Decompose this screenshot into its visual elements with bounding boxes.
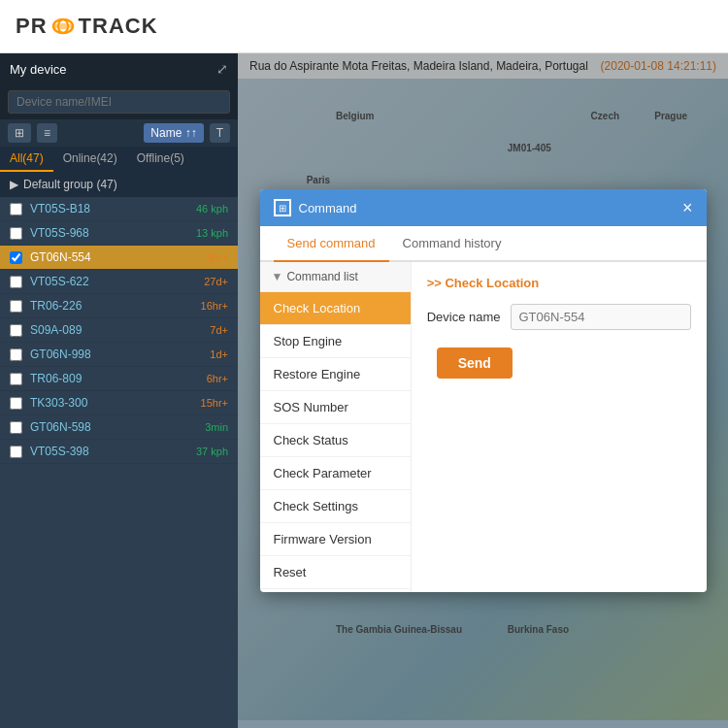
device-name-label: Device name (427, 310, 501, 324)
device-name: VT05S-622 (30, 275, 204, 288)
device-status: 46 kph (196, 203, 228, 215)
search-input[interactable] (8, 90, 230, 114)
tab-send-command[interactable]: Send command (274, 226, 389, 262)
command-list-item[interactable]: Stop Engine (260, 325, 411, 358)
dialog-header: ⊞ Command × (260, 189, 707, 226)
list-view-button[interactable]: ≡ (37, 123, 57, 143)
device-name: VT05S-398 (30, 445, 196, 458)
device-group[interactable]: ▶Default group (47) (0, 172, 238, 197)
device-item[interactable]: VT05S-B18 46 kph (0, 197, 238, 221)
command-dialog: ⊞ Command × Send command Command history… (260, 189, 707, 592)
device-item[interactable]: TR06-226 16hr+ (0, 294, 238, 318)
device-name-input[interactable] (511, 304, 691, 330)
command-right-header: >> Check Location (427, 276, 691, 290)
device-checkbox[interactable] (10, 276, 22, 288)
map-area: Rua do Aspirante Mota Freitas, Madeira I… (238, 53, 728, 728)
device-name: VT05S-B18 (30, 202, 196, 215)
command-list-label: Command list (286, 270, 357, 283)
app-header: PR TRACK (0, 0, 728, 53)
logo-icon (50, 17, 77, 36)
command-list-header: ▼ Command list (260, 262, 411, 292)
device-name: GT06N-598 (30, 420, 205, 434)
device-checkbox[interactable] (10, 373, 22, 385)
device-item[interactable]: VT05S-968 13 kph (0, 221, 238, 246)
device-item[interactable]: GT06N-598 3min (0, 415, 238, 440)
device-checkbox[interactable] (10, 348, 22, 361)
device-name-field-row: Device name (427, 304, 691, 330)
device-item[interactable]: GT06N-998 1d+ (0, 343, 238, 367)
command-list-item[interactable]: Restore Engine (260, 358, 411, 391)
expand-icon[interactable]: ⤢ (216, 61, 228, 77)
command-right-panel: >> Check Location Device name Send (412, 262, 707, 592)
device-status: 5hr+ (207, 251, 228, 263)
tab-online[interactable]: Online(42) (53, 147, 127, 172)
dialog-body: ▼ Command list Check LocationStop Engine… (260, 262, 707, 592)
modal-overlay: ⊞ Command × Send command Command history… (238, 53, 728, 728)
dialog-tabs: Send command Command history (260, 226, 707, 262)
dialog-title-row: ⊞ Command (274, 199, 357, 216)
sidebar: My device ⤢ ⊞ ≡ Name ↑↑ T All(47) Online… (0, 53, 238, 728)
device-checkbox[interactable] (10, 300, 22, 313)
device-item[interactable]: TK303-300 15hr+ (0, 391, 238, 415)
sidebar-search-area (0, 84, 238, 119)
device-item[interactable]: S09A-089 7d+ (0, 318, 238, 343)
type-button[interactable]: T (210, 123, 230, 143)
device-checkbox[interactable] (10, 227, 22, 240)
device-name: TR06-226 (30, 299, 201, 313)
device-checkbox[interactable] (10, 324, 22, 337)
name-sort-button[interactable]: Name ↑↑ (144, 123, 203, 143)
device-status: 3min (205, 421, 228, 433)
device-item[interactable]: VT05S-622 27d+ (0, 270, 238, 294)
command-list-item[interactable]: Reset (260, 556, 411, 589)
device-checkbox[interactable] (10, 421, 22, 434)
command-items: Check LocationStop EngineRestore EngineS… (260, 292, 411, 592)
device-checkbox[interactable] (10, 251, 22, 264)
device-name: TR06-809 (30, 372, 207, 385)
device-status: 16hr+ (201, 300, 228, 312)
app-logo: PR TRACK (16, 14, 158, 39)
device-status: 13 kph (196, 227, 228, 239)
device-checkbox[interactable] (10, 203, 22, 215)
device-name: GT06N-998 (30, 347, 210, 361)
main-layout: My device ⤢ ⊞ ≡ Name ↑↑ T All(47) Online… (0, 53, 728, 728)
device-status: 27d+ (204, 276, 228, 287)
device-checkbox[interactable] (10, 397, 22, 410)
device-name: S09A-089 (30, 323, 210, 337)
tab-all[interactable]: All(47) (0, 147, 53, 172)
dialog-close-button[interactable]: × (682, 199, 693, 216)
arrow-icon: ▼ (272, 270, 283, 283)
device-name: GT06N-554 (30, 250, 207, 264)
command-list-item[interactable]: Check Parameter (260, 457, 411, 490)
device-item[interactable]: GT06N-554 5hr+ (0, 246, 238, 270)
tab-command-history[interactable]: Command history (389, 226, 515, 262)
device-status: 6hr+ (207, 373, 228, 384)
command-list-item[interactable]: SOS Number (260, 391, 411, 424)
command-list-item[interactable]: Firmware Version (260, 523, 411, 556)
dialog-icon: ⊞ (274, 199, 291, 216)
device-status: 7d+ (210, 324, 228, 336)
command-list-item[interactable]: Check Status (260, 424, 411, 457)
grid-view-button[interactable]: ⊞ (8, 123, 31, 143)
command-list-item[interactable]: Check Location (260, 292, 411, 325)
tab-offline[interactable]: Offline(5) (127, 147, 194, 172)
device-status: 37 kph (196, 446, 228, 457)
command-list-item[interactable]: More (260, 589, 411, 592)
device-status: 15hr+ (201, 397, 228, 409)
check-location-link[interactable]: >> Check Location (427, 276, 540, 290)
device-checkbox[interactable] (10, 446, 22, 458)
send-button[interactable]: Send (437, 347, 513, 379)
logo-text-pre: PR (16, 14, 48, 39)
device-item[interactable]: TR06-809 6hr+ (0, 367, 238, 391)
device-status: 1d+ (210, 348, 228, 360)
sidebar-toolbar: ⊞ ≡ Name ↑↑ T (0, 119, 238, 147)
command-list-panel: ▼ Command list Check LocationStop Engine… (260, 262, 412, 592)
dialog-title: Command (299, 201, 357, 215)
sidebar-title: My device (10, 62, 67, 77)
device-name: TK303-300 (30, 396, 201, 410)
device-name: VT05S-968 (30, 226, 196, 240)
sidebar-tabs: All(47) Online(42) Offline(5) (0, 147, 238, 172)
command-list-item[interactable]: Check Settings (260, 490, 411, 523)
sidebar-header: My device ⤢ (0, 53, 238, 84)
device-item[interactable]: VT05S-398 37 kph (0, 440, 238, 464)
svg-point-2 (53, 23, 73, 29)
